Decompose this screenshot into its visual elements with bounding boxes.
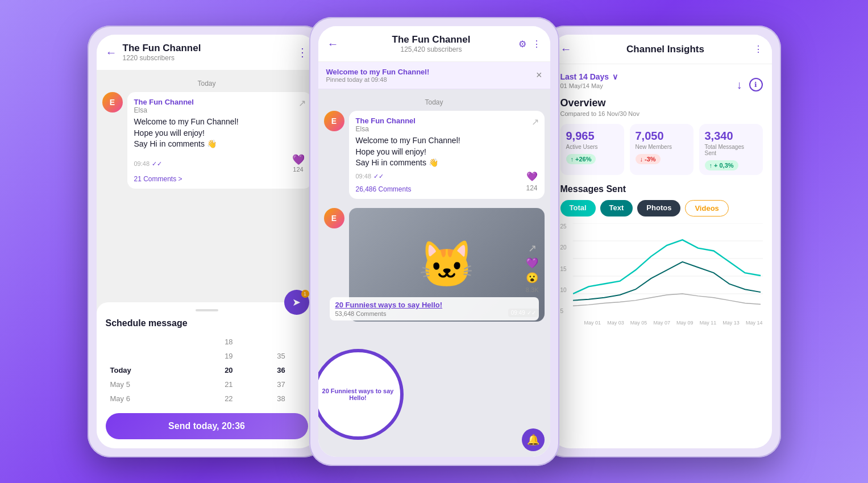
phone2-msg1-time: 09:48 (356, 173, 372, 180)
phone1-channel-title: The Fun Channel (123, 43, 297, 54)
stat-badge-active-users: ↑ +26% (566, 154, 596, 164)
stat-card-active-users: 9,965 Active Users ↑ +26% (560, 124, 624, 175)
phone1-checkmark: ✓✓ (152, 160, 162, 167)
phone2-reaction-heart[interactable]: 💜 (526, 257, 538, 269)
stat-number-new-members: 7,050 (636, 130, 688, 143)
stat-number-active-users: 9,965 (566, 130, 618, 143)
phone2-msg1-from: Elsa (356, 125, 538, 133)
chart-y-labels: 25 20 15 10 5 (560, 223, 567, 314)
filter-tab-total[interactable]: Total (560, 200, 596, 216)
phone2-cat-overlay: 20 Funniest ways to say Hello! 53,648 Co… (330, 297, 539, 320)
filter-tab-videos[interactable]: Videos (685, 200, 728, 216)
phone2-avatar-2: E (324, 208, 344, 228)
phone2-settings-icon[interactable]: ⚙ (518, 39, 526, 49)
phone1-schedule-table: 18 1935 Today2036 May 52137 May 62238 (106, 334, 308, 406)
phone2-bell-icon: 🔔 (527, 434, 539, 446)
phone3-chart: 25 20 15 10 5 (560, 223, 763, 326)
phone2-menu-icon[interactable]: ⋮ (532, 39, 541, 49)
trend-up-icon-2: ↑ (709, 162, 713, 169)
phone2-chat-area: Today E ↗ The Fun Channel Elsa Welcome t… (318, 89, 550, 457)
table-row: 18 (107, 335, 307, 348)
table-row: Today2036 (107, 364, 307, 377)
stat-label-total-messages: Total Messages Sent (705, 144, 757, 156)
stat-number-total-messages: 3,340 (705, 130, 757, 143)
stat-badge-total-messages: ↑ + 0,3% (705, 160, 738, 170)
phone1-like-heart[interactable]: 💜 (292, 153, 305, 166)
phone1-schedule-panel: ➤ 1 Schedule message 18 1935 Today2036 (97, 302, 317, 448)
phone1-send-fab[interactable]: ➤ 1 (284, 290, 309, 315)
phone2-subscribers: 125,420 subscribers (344, 45, 518, 53)
phone2-header: ← The Fun Channel 125,420 subscribers ⚙ … (318, 26, 550, 62)
phone2-pinned-close[interactable]: × (536, 69, 542, 81)
phone1-header: ← The Fun Channel 1220 subscribers ⋮ (97, 35, 317, 70)
trend-down-icon: ↓ (640, 156, 643, 163)
phone1-chat-area: Today E ↗ The Fun Channel Elsa Welcome t… (97, 70, 317, 302)
phone2-cat-link[interactable]: 20 Funniest ways to say Hello! (335, 301, 533, 309)
phone-1: ← The Fun Channel 1220 subscribers ⋮ Tod… (88, 26, 326, 457)
phone2-reaction-count: 8.3K (526, 286, 539, 293)
phone1-message-time: 09:48 (134, 160, 150, 167)
phone3-messages-title: Messages Sent (560, 184, 763, 194)
phone3-content: Last 14 Days ∨ 01 May/14 May ↓ ℹ Overvie… (551, 64, 772, 448)
table-row: 1935 (107, 349, 307, 363)
phone2-cat-comments: 53,648 Comments (335, 310, 533, 317)
phone3-overview-title: Overview (560, 97, 763, 109)
phone3-info-icon[interactable]: ℹ (749, 78, 763, 91)
phone3-overview-compared: Compared to 16 Nov/30 Nov (560, 110, 763, 117)
phone2-msg1-heart[interactable]: 💜 (526, 171, 538, 182)
phone1-share-icon[interactable]: ↗ (298, 98, 306, 109)
phone3-back-icon[interactable]: ← (560, 43, 572, 56)
phone-3: ← Channel Insights ⋮ Last 14 Days ∨ (542, 26, 781, 457)
phone3-download-icon[interactable]: ↓ (737, 78, 742, 91)
phone1-comments-link[interactable]: 21 Comments > (134, 175, 305, 183)
phone1-like-count: 124 (293, 166, 303, 173)
filter-tab-text[interactable]: Text (600, 200, 633, 216)
phone2-avatar-1: E (324, 111, 344, 131)
stat-card-new-members: 7,050 New Members ↓ -3% (630, 124, 693, 175)
table-row: May 62238 (107, 392, 307, 405)
phone1-fab-icon: ➤ (292, 296, 301, 309)
phone2-pinned-sub: Pinned today at 09:48 (326, 76, 430, 83)
phone1-schedule-title: Schedule message (106, 318, 308, 328)
phone2-msg1-comments[interactable]: 26,486 Comments (356, 185, 412, 193)
filter-tab-photos[interactable]: Photos (637, 200, 680, 216)
phone1-schedule-handle (196, 309, 218, 311)
phone2-share-icon-2[interactable]: ↗ (528, 242, 537, 255)
phone1-subscribers: 1220 subscribers (123, 54, 297, 62)
phone2-date-divider: Today (324, 98, 545, 106)
phone1-message-sender: The Fun Channel (134, 98, 305, 106)
phone2-notify-fab[interactable]: 🔔 (522, 428, 545, 451)
phone3-filter-tabs: Total Text Photos Videos (560, 200, 763, 216)
stat-card-total-messages: 3,340 Total Messages Sent ↑ + 0,3% (699, 124, 763, 175)
phone1-fab-badge: 1 (301, 290, 309, 298)
chart-x-labels: May 01 May 03 May 05 May 07 May 09 May 1… (584, 320, 763, 326)
phone2-pinned-banner: Welcome to my Fun Channel! Pinned today … (318, 62, 550, 89)
phone1-back-icon[interactable]: ← (106, 46, 117, 59)
phone2-msg1-checkmark: ✓✓ (373, 173, 384, 180)
phone3-period[interactable]: Last 14 Days ∨ (560, 72, 618, 81)
phone1-menu-icon[interactable]: ⋮ (297, 45, 308, 59)
stat-label-active-users: Active Users (566, 144, 618, 150)
stat-badge-new-members: ↓ -3% (636, 154, 661, 164)
phone1-avatar: E (102, 92, 123, 113)
phone3-period-label: Last 14 Days (560, 72, 609, 81)
stat-label-new-members: New Members (636, 144, 688, 150)
phone1-message-from: Elsa (134, 106, 305, 114)
phone2-back-icon[interactable]: ← (327, 38, 339, 51)
phone2-msg1-sender: The Fun Channel (356, 116, 538, 125)
phone3-header: ← Channel Insights ⋮ (551, 35, 772, 64)
phone2-pinned-text: Welcome to my Fun Channel! (326, 68, 430, 76)
phone2-msg1-likes: 124 (526, 184, 537, 192)
phone2-channel-title: The Fun Channel (344, 34, 518, 45)
phone3-chevron-icon: ∨ (612, 72, 618, 81)
table-row: May 52137 (107, 378, 307, 391)
phone2-share-icon-1[interactable]: ↗ (531, 116, 539, 127)
phone1-date-divider: Today (102, 80, 312, 88)
phone2-msg1-text: Welcome to my Fun Channel!Hope you will … (356, 135, 538, 169)
phone3-menu-icon[interactable]: ⋮ (754, 44, 763, 55)
phone3-stats-row: 9,965 Active Users ↑ +26% 7,050 New Memb… (560, 124, 763, 175)
phone-2: ← The Fun Channel 125,420 subscribers ⚙ … (309, 17, 559, 466)
phone3-dates: 01 May/14 May (560, 82, 618, 89)
phone1-send-button[interactable]: Send today, 20:36 (106, 413, 308, 439)
phone2-reaction-wow[interactable]: 😮 (526, 272, 538, 284)
